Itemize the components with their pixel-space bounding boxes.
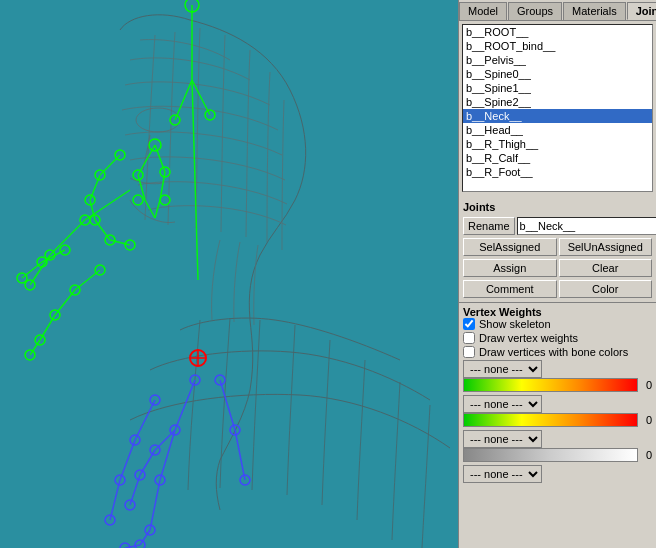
svg-line-4 [175, 80, 192, 120]
joint-list-item[interactable]: b__R_Foot__ [463, 165, 652, 179]
3d-viewport[interactable] [0, 0, 458, 548]
dropdown4[interactable]: --- none --- [463, 465, 542, 483]
vertex-weights-section: Vertex Weights Show skeleton Draw vertex… [459, 302, 656, 486]
svg-line-59 [135, 400, 155, 440]
svg-line-25 [22, 262, 42, 278]
tab-model[interactable]: Model [459, 2, 507, 20]
gradient1-bar [463, 378, 638, 392]
joint-list-item[interactable]: b__Spine2__ [463, 95, 652, 109]
gradient1-row: 0 [463, 378, 652, 392]
gradient3-value: 0 [640, 449, 652, 461]
comment-button[interactable]: Comment [463, 280, 557, 298]
draw-vertex-row: Draw vertex weights [463, 332, 652, 344]
tab-groups[interactable]: Groups [508, 2, 562, 20]
show-skeleton-label: Show skeleton [479, 318, 551, 330]
gradient1-value: 0 [640, 379, 652, 391]
sel-unassigned-button[interactable]: SelUnAssigned [559, 238, 653, 256]
svg-line-15 [100, 155, 120, 175]
svg-line-57 [220, 380, 235, 430]
dropdown3[interactable]: --- none --- [463, 430, 542, 448]
joint-list-item[interactable]: b__Spine0__ [463, 67, 652, 81]
rename-button[interactable]: Rename [463, 217, 515, 235]
joint-list-item[interactable]: b__ROOT_bind__ [463, 39, 652, 53]
draw-bone-colors-row: Draw vertices with bone colors [463, 346, 652, 358]
dropdown1[interactable]: --- none --- [463, 360, 542, 378]
svg-point-0 [136, 108, 180, 132]
tab-bar: Model Groups Materials Joints [459, 0, 656, 21]
joint-list-item[interactable]: b__R_Thigh__ [463, 137, 652, 151]
draw-vertex-label: Draw vertex weights [479, 332, 578, 344]
draw-bone-colors-label: Draw vertices with bone colors [479, 346, 628, 358]
gradient2-row: 0 [463, 413, 652, 427]
joints-controls: Joints Rename SelAssigned SelUnAssigned … [459, 195, 656, 302]
joint-list-item[interactable]: b__R_Calf__ [463, 151, 652, 165]
svg-line-16 [90, 175, 100, 200]
joint-list-item[interactable]: b__Spine1__ [463, 81, 652, 95]
svg-line-61 [110, 480, 120, 520]
sel-row: SelAssigned SelUnAssigned [463, 238, 652, 256]
svg-line-58 [235, 430, 245, 480]
svg-line-18 [95, 220, 110, 240]
show-skeleton-checkbox[interactable] [463, 318, 475, 330]
joint-list-item[interactable]: b__Neck__ [463, 109, 652, 123]
assign-clear-row: Assign Clear [463, 259, 652, 277]
assign-button[interactable]: Assign [463, 259, 557, 277]
clear-button[interactable]: Clear [559, 259, 653, 277]
draw-bone-colors-checkbox[interactable] [463, 346, 475, 358]
svg-line-14 [155, 200, 160, 218]
rename-row: Rename [463, 217, 652, 235]
svg-line-2 [192, 80, 195, 180]
draw-vertex-checkbox[interactable] [463, 332, 475, 344]
gradient2-value: 0 [640, 414, 652, 426]
svg-point-32 [133, 195, 143, 205]
color-button[interactable]: Color [559, 280, 653, 298]
tab-materials[interactable]: Materials [563, 2, 626, 20]
svg-line-7 [50, 220, 85, 255]
joint-name-input[interactable] [517, 217, 656, 235]
svg-line-60 [120, 440, 135, 480]
svg-line-56 [150, 480, 160, 530]
joints-section-label: Joints [463, 201, 652, 213]
comment-color-row: Comment Color [463, 280, 652, 298]
vertex-weights-label: Vertex Weights [463, 306, 542, 318]
joint-list-item[interactable]: b__Pelvis__ [463, 53, 652, 67]
show-skeleton-row: Show skeleton [463, 318, 652, 330]
dropdown2[interactable]: --- none --- [463, 395, 542, 413]
right-panel: Model Groups Materials Joints b__ROOT__b… [458, 0, 656, 548]
joint-list-item[interactable]: b__Head__ [463, 123, 652, 137]
tab-joints[interactable]: Joints [627, 2, 656, 20]
gradient3-row: 0 [463, 448, 652, 462]
sel-assigned-button[interactable]: SelAssigned [463, 238, 557, 256]
gradient3-bar [463, 448, 638, 462]
joints-list[interactable]: b__ROOT__b__ROOT_bind__b__Pelvis__b__Spi… [462, 24, 653, 192]
gradient2-bar [463, 413, 638, 427]
joint-list-item[interactable]: b__ROOT__ [463, 25, 652, 39]
